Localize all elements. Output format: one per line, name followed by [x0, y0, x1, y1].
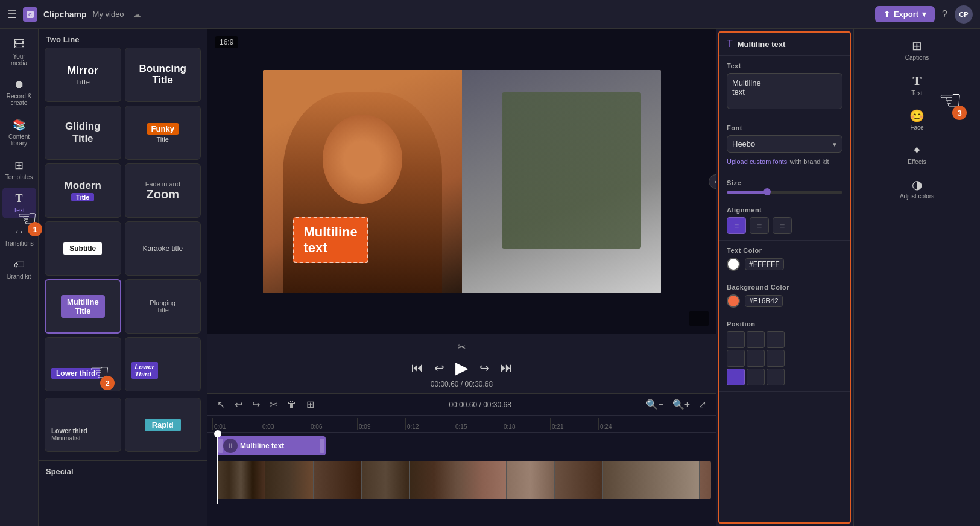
- forward-button[interactable]: ↪: [479, 361, 490, 375]
- properties-panel: T Multiline text Text Multiline text Fon…: [718, 31, 851, 524]
- pos-bot-right[interactable]: [767, 369, 785, 385]
- template-card-plunging[interactable]: Plunging Title: [125, 279, 201, 334]
- size-section: Size: [719, 173, 850, 200]
- font-select-wrap: Heebo Arial Roboto: [727, 135, 842, 153]
- template-grid: Mirror Title BouncingTitle GlidingTitle …: [39, 48, 207, 398]
- text-track-grip-left[interactable]: [218, 439, 223, 453]
- align-center-button[interactable]: ≡: [750, 217, 769, 234]
- video-title[interactable]: My video: [93, 10, 124, 19]
- text-overlay[interactable]: Multilinetext: [293, 217, 368, 263]
- template-card-lowerthird3[interactable]: Lower third Minimalist: [45, 398, 121, 452]
- skip-forward-button[interactable]: ⏭: [501, 361, 513, 375]
- skip-back-button[interactable]: ⏮: [411, 361, 423, 375]
- main-layout: 🎞 Your media ⏺ Record & create 📚 Content…: [0, 29, 980, 526]
- text-input[interactable]: Multiline text: [727, 73, 842, 109]
- right-item-captions[interactable]: ⊞ Captions: [863, 34, 972, 66]
- export-icon: ⬆: [884, 10, 890, 19]
- align-right-button[interactable]: ≡: [773, 217, 792, 234]
- sidebar-item-transitions[interactable]: ↔ Transitions: [2, 221, 36, 252]
- sidebar-item-text[interactable]: T Text: [2, 188, 36, 218]
- template-card-lowerthird1[interactable]: Lower third: [45, 337, 121, 391]
- right-item-text[interactable]: T Text: [863, 68, 972, 101]
- text-color-row: #FFFFFF: [727, 258, 842, 271]
- sidebar-item-brand[interactable]: 🏷 Brand kit: [2, 254, 36, 285]
- template-card-modern[interactable]: Modern Title: [45, 163, 121, 218]
- template-card-rapid[interactable]: Rapid: [125, 398, 201, 452]
- brand-kit-text: with brand kit: [790, 158, 829, 165]
- pos-mid-center[interactable]: [747, 350, 765, 367]
- text-color-swatch[interactable]: [727, 258, 740, 271]
- position-grid: [727, 331, 842, 385]
- timeline-ruler: 0:01 0:03 0:06 0:09 0:12 0:15 0:18 0:21 …: [207, 416, 716, 433]
- redo-button[interactable]: ↪: [250, 398, 262, 411]
- upload-font-link[interactable]: Upload custom fonts: [727, 158, 787, 165]
- bg-color-swatch[interactable]: [727, 294, 740, 308]
- video-track[interactable]: [217, 461, 711, 499]
- template-card-mirror[interactable]: Mirror Title: [45, 48, 121, 102]
- undo-button[interactable]: ↩: [232, 398, 245, 411]
- collapse-panel-button[interactable]: ‹: [709, 174, 716, 189]
- sidebar-item-media[interactable]: 🎞 Your media: [2, 34, 36, 71]
- pos-bot-left[interactable]: [727, 369, 745, 385]
- bg-color-section: Background Color #F16B42: [719, 277, 850, 314]
- crop-button[interactable]: ✂: [455, 340, 468, 354]
- ruler-mark-8: 0:24: [598, 418, 646, 430]
- zoom-out-button[interactable]: 🔍−: [643, 398, 666, 411]
- timeline-toolbar: ↖ ↩ ↪ ✂ 🗑 ⊞ 00:00.60 / 00:30.68 🔍− 🔍+ ⤢: [207, 394, 716, 416]
- properties-header: T Multiline text: [719, 33, 850, 56]
- pos-mid-right[interactable]: [767, 350, 785, 367]
- template-card-subtitle[interactable]: Subtitle: [45, 221, 121, 276]
- pos-top-left[interactable]: [727, 331, 745, 348]
- play-button[interactable]: ▶: [455, 358, 469, 378]
- template-card-bouncing[interactable]: BouncingTitle: [125, 48, 201, 102]
- hamburger-icon[interactable]: ☰: [7, 8, 17, 21]
- topbar: ☰ C Clipchamp My video ☁ ⬆ Export ▾ ? CP: [0, 0, 980, 29]
- text-section-label: Text: [727, 62, 842, 69]
- align-left-button[interactable]: ≡: [727, 217, 746, 234]
- sidebar-item-content[interactable]: 📚 Content library: [2, 113, 36, 151]
- text-icon: T: [15, 192, 22, 205]
- text-track[interactable]: ⏸ Multiline text: [217, 436, 326, 455]
- bg-color-hex[interactable]: #F16B42: [745, 295, 783, 307]
- export-button[interactable]: ⬆ Export ▾: [875, 6, 935, 22]
- size-thumb[interactable]: [763, 188, 771, 195]
- template-card-lowerthird2[interactable]: LowerThird: [125, 337, 201, 391]
- fit-button[interactable]: ⤢: [696, 398, 709, 411]
- pos-top-center[interactable]: [747, 331, 765, 348]
- cursor-tool-button[interactable]: ↖: [215, 398, 227, 411]
- aspect-ratio-badge[interactable]: 16:9: [215, 36, 238, 48]
- sidebar-item-templates[interactable]: ⊞ Templates: [2, 154, 36, 185]
- delete-button[interactable]: 🗑: [285, 398, 299, 411]
- template-card-funky[interactable]: Funky Title: [125, 106, 201, 160]
- right-item-effects[interactable]: ✦ Effects: [863, 138, 972, 170]
- ruler-marks: 0:01 0:03 0:06 0:09 0:12 0:15 0:18 0:21 …: [212, 418, 646, 430]
- topbar-left: ☰ C Clipchamp My video ☁: [7, 7, 141, 22]
- rewind-button[interactable]: ↩: [434, 361, 444, 375]
- video-preview: 16:9 Multilinetext: [207, 29, 716, 334]
- add-button[interactable]: ⊞: [304, 398, 317, 411]
- font-select[interactable]: Heebo Arial Roboto: [727, 135, 842, 153]
- cut-button[interactable]: ✂: [267, 398, 280, 411]
- text-color-hex[interactable]: #FFFFFF: [745, 258, 784, 270]
- template-card-multiline[interactable]: MultilineTitle: [45, 279, 121, 334]
- avatar[interactable]: CP: [955, 5, 973, 24]
- expand-button[interactable]: ⛶: [689, 311, 709, 326]
- two-line-section-title: Two Line: [39, 29, 207, 48]
- timeline-area: ↖ ↩ ↪ ✂ 🗑 ⊞ 00:00.60 / 00:30.68 🔍− 🔍+ ⤢: [207, 393, 716, 526]
- template-card-gliding[interactable]: GlidingTitle: [45, 106, 121, 160]
- template-card-zoom[interactable]: Fade in and Zoom: [125, 163, 201, 218]
- text-track-play-button[interactable]: ⏸: [223, 439, 238, 453]
- text-track-grip-right[interactable]: [320, 439, 324, 453]
- pos-top-right[interactable]: [767, 331, 785, 348]
- template-card-karaoke[interactable]: Karaoke title: [125, 221, 201, 276]
- playhead[interactable]: [217, 433, 218, 504]
- right-item-adjust[interactable]: ◑ Adjust colors: [863, 173, 972, 204]
- alignment-label: Alignment: [727, 206, 842, 214]
- template-panel: Two Line Mirror Title BouncingTitle Glid…: [39, 29, 207, 526]
- pos-bot-center[interactable]: [747, 369, 765, 385]
- help-button[interactable]: ?: [942, 9, 947, 20]
- right-item-face[interactable]: 😊 Face: [863, 104, 972, 136]
- zoom-in-button[interactable]: 🔍+: [670, 398, 692, 411]
- pos-mid-left[interactable]: [727, 350, 745, 367]
- sidebar-item-record[interactable]: ⏺ Record & create: [2, 74, 36, 111]
